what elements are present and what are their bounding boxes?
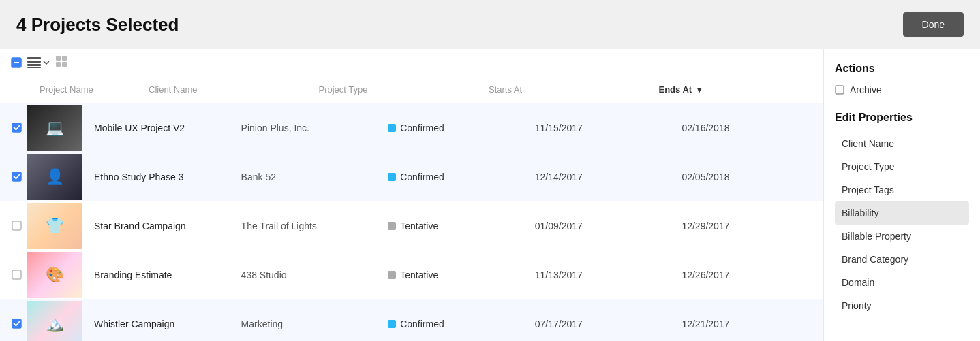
svg-rect-8 — [56, 62, 61, 67]
row-project-name: Whistler Campaign — [89, 313, 236, 335]
select-all-checkbox[interactable] — [11, 57, 22, 68]
page-title: 4 Projects Selected — [16, 14, 179, 35]
row-project-type: Confirmed — [382, 313, 530, 335]
row-check-col[interactable] — [0, 123, 27, 133]
row-project-type: Confirmed — [382, 166, 530, 188]
row-starts-date: 11/15/2017 — [530, 117, 677, 139]
type-dot-icon — [388, 222, 396, 230]
grid-view-icon — [56, 56, 67, 67]
type-label: Tentative — [400, 270, 438, 280]
dropdown-arrow-icon — [42, 59, 50, 67]
col-check — [0, 82, 34, 97]
row-ends-date: 12/26/2017 — [676, 264, 823, 286]
row-ends-date: 12/29/2017 — [676, 215, 823, 237]
thumbnail-image: 🎨 — [27, 252, 82, 298]
type-dot-icon — [388, 173, 396, 181]
row-project-type: Tentative — [382, 264, 530, 286]
row-starts-date: 12/14/2017 — [530, 166, 677, 188]
row-starts-date: 11/13/2017 — [530, 264, 677, 286]
table-row[interactable]: 👤 Ethno Study Phase 3 Bank 52 Confirmed … — [0, 152, 823, 201]
svg-rect-3 — [27, 61, 41, 63]
type-dot-icon — [388, 320, 396, 328]
row-client-name: Bank 52 — [236, 166, 383, 188]
row-client-name: Marketing — [236, 313, 383, 335]
row-project-type: Tentative — [382, 215, 530, 237]
prop-item-billability[interactable]: Billability — [835, 201, 969, 225]
prop-item-project-type[interactable]: Project Type — [835, 155, 969, 178]
svg-rect-5 — [27, 67, 41, 68]
type-label: Confirmed — [400, 319, 444, 329]
table-row[interactable]: 👕 Star Brand Campaign The Trail of Light… — [0, 201, 823, 250]
row-project-name: Star Brand Campaign — [89, 215, 236, 237]
grid-view-button[interactable] — [56, 56, 67, 69]
row-starts-date: 01/09/2017 — [530, 215, 677, 237]
row-project-name: Branding Estimate — [89, 264, 236, 286]
svg-rect-7 — [62, 56, 67, 61]
thumbnail-image: 👕 — [27, 203, 82, 249]
row-ends-date: 02/16/2018 — [676, 117, 823, 139]
list-view-icon — [27, 57, 41, 68]
list-view-button[interactable] — [27, 57, 50, 68]
type-label: Tentative — [400, 221, 438, 231]
row-ends-date: 02/05/2018 — [676, 166, 823, 188]
col-name: Project Name — [34, 82, 143, 97]
row-client-name: Pinion Plus, Inc. — [236, 117, 383, 139]
row-project-type: Confirmed — [382, 117, 530, 139]
svg-rect-4 — [27, 64, 41, 66]
table-row[interactable]: 🎨 Branding Estimate 438 Studio Tentative… — [0, 250, 823, 299]
archive-checkbox-icon — [835, 85, 844, 95]
prop-item-billable-property[interactable]: Billable Property — [835, 225, 969, 248]
table-headers: Project Name Client Name Project Type St… — [0, 76, 823, 103]
table-row[interactable]: 🏔️ Whistler Campaign Marketing Confirmed… — [0, 299, 823, 341]
col-starts: Starts At — [483, 82, 654, 97]
row-checkbox-icon — [12, 221, 22, 231]
row-project-name: Mobile UX Project V2 — [89, 117, 236, 139]
edit-properties-title: Edit Properties — [835, 112, 969, 124]
row-thumbnail: 👕 — [27, 203, 89, 249]
actions-title: Actions — [835, 63, 969, 75]
row-checkbox-icon — [12, 270, 22, 280]
row-thumbnail: 🏔️ — [27, 301, 89, 342]
row-check-col[interactable] — [0, 172, 27, 182]
thumbnail-image: 💻 — [27, 105, 82, 151]
svg-rect-12 — [12, 221, 21, 230]
row-checkbox-icon — [12, 123, 22, 133]
row-ends-date: 12/21/2017 — [676, 313, 823, 335]
svg-rect-13 — [12, 270, 21, 279]
thumbnail-image: 🏔️ — [27, 301, 82, 342]
col-ends[interactable]: Ends At ▼ — [654, 82, 824, 97]
prop-item-priority[interactable]: Priority — [835, 294, 969, 317]
svg-rect-16 — [836, 86, 844, 94]
prop-item-client-name[interactable]: Client Name — [835, 132, 969, 155]
properties-list: Client NameProject TypeProject TagsBilla… — [835, 132, 969, 317]
row-thumbnail: 👤 — [27, 154, 89, 200]
type-label: Confirmed — [400, 123, 444, 133]
table-row[interactable]: 💻 Mobile UX Project V2 Pinion Plus, Inc.… — [0, 103, 823, 152]
type-dot-icon — [388, 271, 396, 279]
prop-item-domain[interactable]: Domain — [835, 271, 969, 294]
col-type: Project Type — [313, 82, 484, 97]
row-starts-date: 07/17/2017 — [530, 313, 677, 335]
svg-rect-2 — [27, 57, 41, 59]
row-check-col[interactable] — [0, 270, 27, 280]
table-body: 💻 Mobile UX Project V2 Pinion Plus, Inc.… — [0, 103, 823, 341]
svg-rect-6 — [56, 56, 61, 61]
toolbar — [0, 49, 823, 76]
row-checkbox-icon — [12, 319, 22, 329]
row-check-col[interactable] — [0, 319, 27, 329]
sidebar: Actions Archive Edit Properties Client N… — [823, 49, 980, 341]
row-client-name: The Trail of Lights — [236, 215, 383, 237]
archive-row[interactable]: Archive — [835, 84, 969, 95]
prop-item-project-tags[interactable]: Project Tags — [835, 178, 969, 201]
archive-label: Archive — [850, 84, 882, 95]
row-thumbnail: 🎨 — [27, 252, 89, 298]
col-client: Client Name — [143, 82, 313, 97]
type-label: Confirmed — [400, 172, 444, 182]
done-button[interactable]: Done — [903, 12, 964, 37]
checkbox-icon — [11, 57, 22, 68]
row-project-name: Ethno Study Phase 3 — [89, 166, 236, 188]
thumbnail-image: 👤 — [27, 154, 82, 200]
row-check-col[interactable] — [0, 221, 27, 231]
prop-item-brand-category[interactable]: Brand Category — [835, 248, 969, 271]
svg-rect-9 — [62, 62, 67, 67]
